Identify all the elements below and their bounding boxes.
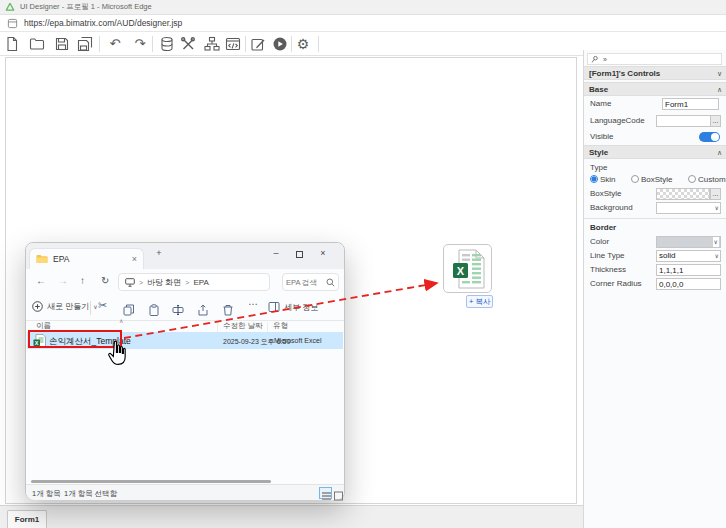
chevron-down-icon: ∨: [715, 203, 719, 213]
cut-icon[interactable]: ✂: [98, 299, 107, 312]
file-explorer-window[interactable]: EPA × + – × ← → ↑ ↻ > 바탕 화면 > EPA: [25, 242, 345, 500]
code-window-icon[interactable]: [225, 36, 241, 52]
minimize-icon[interactable]: –: [269, 248, 283, 258]
close-icon[interactable]: ×: [316, 248, 330, 258]
radio-skin[interactable]: Skin: [590, 175, 616, 184]
forward-icon[interactable]: →: [58, 275, 68, 286]
folder-icon: [36, 254, 48, 264]
back-icon[interactable]: ←: [36, 275, 46, 286]
line-type-dropdown[interactable]: solid∨: [656, 250, 721, 262]
pin-icon[interactable]: [591, 55, 599, 64]
chevron-down-icon[interactable]: ∨: [717, 67, 722, 80]
languagecode-browse-button[interactable]: ...: [710, 115, 721, 127]
paste-icon[interactable]: [148, 302, 160, 320]
chevron-down-icon: ∨: [715, 251, 719, 261]
maximize-icon[interactable]: [292, 251, 306, 258]
background-dropdown[interactable]: ∨: [656, 202, 721, 214]
undo-icon[interactable]: ↶: [107, 36, 123, 52]
edit-icon[interactable]: [250, 36, 266, 52]
tab-form1[interactable]: Form1: [7, 510, 47, 528]
column-divider[interactable]: [267, 322, 268, 332]
command-separator: [90, 301, 91, 315]
copy-icon[interactable]: [123, 302, 135, 320]
corner-radius-row: Corner Radius: [584, 277, 726, 291]
radio-custom[interactable]: Custom: [688, 175, 726, 184]
refresh-icon[interactable]: ↻: [101, 275, 109, 286]
explorer-command-bar: 새로 만들기 ∨ ✂ … 세부 정보: [26, 295, 344, 321]
file-type: Microsoft Excel: [274, 337, 321, 344]
new-tab-icon[interactable]: +: [152, 248, 166, 258]
new-file-icon[interactable]: [4, 36, 20, 52]
new-item-button[interactable]: 새로 만들기 ∨: [32, 301, 98, 312]
up-icon[interactable]: ↑: [80, 275, 85, 286]
boxstyle-browse-button[interactable]: ...: [710, 188, 721, 200]
app-favicon: [5, 2, 15, 12]
redo-icon[interactable]: ↷: [132, 36, 148, 52]
boxstyle-swatch[interactable]: [656, 188, 710, 200]
rename-icon[interactable]: [172, 302, 184, 320]
visible-toggle[interactable]: [699, 132, 720, 142]
sitemap-icon[interactable]: [204, 36, 220, 52]
large-icons-view-icon[interactable]: [333, 487, 346, 499]
collapse-panel-icon[interactable]: »: [603, 56, 607, 63]
explorer-search[interactable]: [282, 273, 339, 291]
selection-count: 1개 항목 선택함: [64, 489, 117, 499]
corner-radius-field[interactable]: [656, 278, 721, 290]
line-type-row: Line Type solid∨: [584, 249, 726, 263]
chevron-up-icon[interactable]: ∧: [717, 83, 722, 96]
page-icon: [7, 18, 18, 29]
dragged-excel-file[interactable]: X: [443, 244, 492, 293]
section-style[interactable]: Style ∧: [584, 145, 726, 159]
run-icon[interactable]: [272, 36, 288, 52]
controls-header[interactable]: [Form1]'s Controls ∨: [584, 66, 726, 80]
share-icon[interactable]: [197, 302, 209, 320]
settings-icon[interactable]: ⚙: [295, 36, 311, 52]
section-border: Border: [584, 218, 726, 232]
item-count: 1개 항목: [32, 489, 61, 499]
radio-boxstyle[interactable]: BoxStyle: [631, 175, 673, 184]
thickness-field[interactable]: [656, 264, 721, 276]
languagecode-row: LanguageCode ...: [584, 114, 726, 128]
save-all-icon[interactable]: [77, 36, 93, 52]
delete-icon[interactable]: [222, 302, 234, 320]
chevron-up-icon[interactable]: ∧: [717, 146, 722, 159]
search-icon: [326, 278, 335, 287]
toolbar-separator: [318, 36, 319, 52]
tools-icon[interactable]: [180, 36, 196, 52]
explorer-tab-strip: EPA × + – ×: [26, 243, 344, 269]
excel-file-icon: X: [451, 249, 485, 289]
chevron-down-icon: ∨: [713, 237, 719, 247]
type-radio-row: Skin BoxStyle Custom: [584, 173, 726, 187]
more-icon[interactable]: …: [248, 296, 258, 307]
name-field[interactable]: [662, 98, 719, 110]
column-date[interactable]: 수정한 날짜: [223, 321, 263, 331]
column-divider[interactable]: [217, 322, 218, 332]
database-icon[interactable]: [159, 36, 175, 52]
open-folder-icon[interactable]: [29, 36, 45, 52]
properties-panel: » [Form1]'s Controls ∨ Base ∧ Name Langu…: [583, 50, 726, 528]
details-pane-icon: [268, 301, 280, 313]
breadcrumb-desktop[interactable]: 바탕 화면: [147, 277, 181, 288]
border-color-dropdown[interactable]: ∨: [656, 236, 721, 248]
details-view-icon[interactable]: [319, 487, 332, 499]
explorer-address-bar: ← → ↑ ↻ > 바탕 화면 > EPA: [26, 269, 344, 295]
copy-drop-badge: + 복사: [466, 295, 493, 308]
sort-asc-icon: ∧: [119, 317, 123, 324]
window-title: UI Designer - 프로필 1 - Microsoft Edge: [20, 2, 152, 12]
search-input[interactable]: [286, 278, 326, 287]
details-pane-button[interactable]: 세부 정보: [268, 301, 318, 313]
column-type[interactable]: 유형: [273, 321, 288, 331]
section-base[interactable]: Base ∧: [584, 82, 726, 96]
horizontal-scrollbar[interactable]: [31, 480, 271, 483]
browser-titlebar: UI Designer - 프로필 1 - Microsoft Edge: [0, 0, 726, 15]
languagecode-field[interactable]: [656, 115, 711, 127]
save-icon[interactable]: [54, 36, 70, 52]
close-tab-icon[interactable]: ×: [132, 254, 137, 264]
thickness-row: Thickness: [584, 263, 726, 277]
breadcrumb[interactable]: > 바탕 화면 > EPA: [118, 273, 270, 291]
visible-row: Visible: [584, 130, 726, 144]
boxstyle-row: BoxStyle ...: [584, 187, 726, 201]
explorer-tab-epa[interactable]: EPA ×: [29, 248, 144, 269]
url-bar[interactable]: https://epa.bimatrix.com/AUD/designer.js…: [0, 15, 726, 32]
breadcrumb-epa[interactable]: EPA: [193, 278, 208, 287]
